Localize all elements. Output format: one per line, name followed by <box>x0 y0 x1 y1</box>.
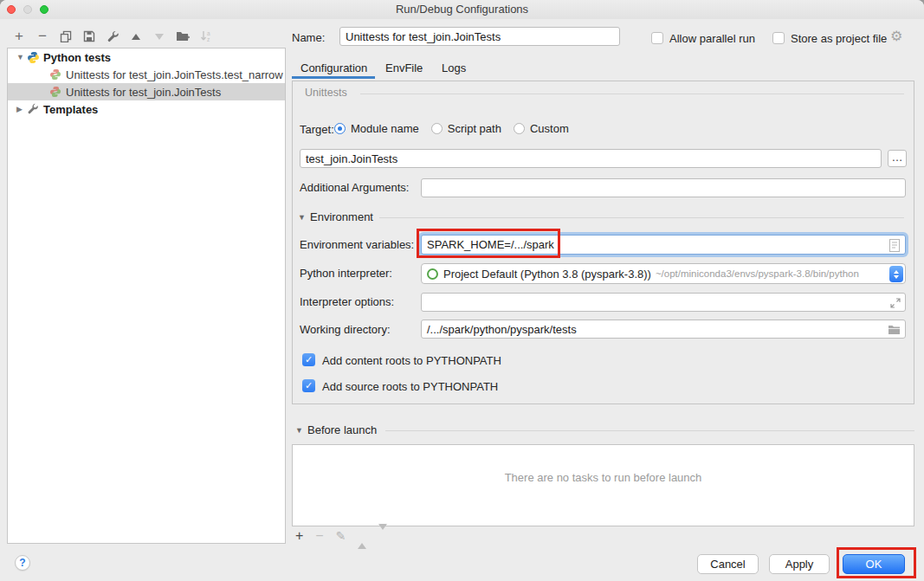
select-stepper-icon[interactable] <box>889 266 903 282</box>
annotation-environment-variables <box>417 229 560 258</box>
radio-module-name[interactable] <box>334 123 346 134</box>
working-directory-value: /.../spark/python/pyspark/tests <box>427 323 577 336</box>
tree-item-templates[interactable]: ▶ Templates <box>8 100 285 118</box>
expand-field-icon[interactable] <box>890 298 901 308</box>
interpreter-options-input[interactable] <box>421 293 906 312</box>
move-up-icon[interactable] <box>129 29 143 43</box>
annotation-ok-button <box>837 547 916 578</box>
tree-item-test-narrow[interactable]: Unittests for test_join.JoinTests.test_n… <box>8 66 285 83</box>
chevron-down-icon[interactable]: ▼ <box>16 53 25 61</box>
gear-icon[interactable]: ⚙ <box>890 28 902 44</box>
working-directory-input[interactable]: /.../spark/python/pyspark/tests <box>421 320 906 339</box>
run-debug-configurations-dialog: Run/Debug Configurations + − az ▼ Pyth <box>0 0 924 581</box>
tree-item-label: Unittests for test_join.JoinTests <box>66 86 221 99</box>
tree-item-label: Unittests for test_join.JoinTests.test_n… <box>66 68 283 81</box>
sort-configurations-icon: az <box>199 29 213 43</box>
name-input[interactable]: Unittests for test_join.JoinTests <box>339 27 620 46</box>
working-directory-label: Working directory: <box>300 323 391 336</box>
python-interpreter-label: Python interpreter: <box>300 267 392 280</box>
remove-task-icon: − <box>315 528 323 544</box>
target-value: test_join.JoinTests <box>306 152 397 165</box>
browse-button[interactable]: … <box>888 150 907 167</box>
folder-icon[interactable] <box>888 325 901 335</box>
environment-group-label: Environment <box>310 210 373 223</box>
title-bar: Run/Debug Configurations <box>0 0 924 19</box>
environment-collapse-icon[interactable]: ▼ <box>298 213 306 222</box>
svg-text:z: z <box>207 36 210 42</box>
before-launch-task-list: There are no tasks to run before launch <box>292 444 914 526</box>
chevron-right-icon[interactable]: ▶ <box>16 105 25 113</box>
move-task-down-icon <box>378 530 387 543</box>
unittests-group-label: Unittests <box>305 87 347 99</box>
before-launch-toolbar: + − ✎ <box>295 528 387 544</box>
python-test-icon <box>49 68 62 81</box>
edit-templates-wrench-icon[interactable] <box>106 29 120 43</box>
tab-logs[interactable]: Logs <box>442 61 466 74</box>
group-divider <box>360 94 904 94</box>
edit-task-pencil-icon: ✎ <box>336 529 346 543</box>
remove-configuration-icon[interactable]: − <box>36 29 49 43</box>
svg-text:a: a <box>207 30 210 36</box>
python-test-icon <box>49 86 62 99</box>
add-content-roots-label: Add content roots to PYTHONPATH <box>322 354 501 367</box>
move-task-up-icon <box>358 530 366 543</box>
active-tab-underline <box>292 76 375 79</box>
wrench-icon <box>27 103 40 116</box>
python-icon <box>27 51 40 64</box>
help-button[interactable]: ? <box>15 555 30 571</box>
allow-parallel-run-label: Allow parallel run <box>669 32 755 45</box>
add-configuration-icon[interactable]: + <box>12 29 26 43</box>
before-launch-label: Before launch <box>307 423 377 436</box>
radio-custom-label: Custom <box>530 122 569 135</box>
name-value: Unittests for test_join.JoinTests <box>346 30 501 43</box>
add-source-roots-checkbox[interactable]: ✓ <box>302 379 315 392</box>
additional-arguments-label: Additional Arguments: <box>300 181 409 194</box>
tree-item-label: Templates <box>43 103 98 116</box>
store-as-project-file-label: Store as project file <box>791 32 887 45</box>
python-interpreter-value: Project Default (Python 3.8 (pyspark-3.8… <box>443 268 651 281</box>
configurations-tree: ▼ Python tests Unittests for test_join.J… <box>7 48 286 544</box>
apply-button[interactable]: Apply <box>769 554 830 574</box>
configuration-form-panel: Unittests Target: Module name Script pat… <box>292 81 914 404</box>
before-launch-collapse-icon[interactable]: ▼ <box>295 426 303 435</box>
add-source-roots-label: Add source roots to PYTHONPATH <box>322 380 498 393</box>
python-interpreter-select[interactable]: Project Default (Python 3.8 (pyspark-3.8… <box>421 263 906 284</box>
add-content-roots-checkbox[interactable]: ✓ <box>302 353 315 366</box>
move-down-icon <box>152 29 166 43</box>
interpreter-options-label: Interpreter options: <box>300 295 394 308</box>
radio-custom[interactable] <box>514 123 525 134</box>
additional-arguments-input[interactable] <box>421 178 906 197</box>
configurations-toolbar: + − az <box>12 26 213 47</box>
python-interpreter-path: ~/opt/miniconda3/envs/pyspark-3.8/bin/py… <box>656 268 859 279</box>
save-configuration-icon[interactable] <box>82 29 96 43</box>
environment-variables-label: Environment variables: <box>300 238 414 251</box>
allow-parallel-run-checkbox[interactable] <box>651 32 663 44</box>
new-folder-icon[interactable] <box>176 29 190 43</box>
radio-module-name-label: Module name <box>351 122 419 135</box>
target-label: Target: <box>300 123 334 136</box>
radio-script-path[interactable] <box>431 123 443 134</box>
check-icon: ✓ <box>305 380 313 391</box>
cancel-button[interactable]: Cancel <box>697 554 759 574</box>
group-divider <box>379 217 904 218</box>
variables-list-icon[interactable] <box>889 239 900 252</box>
tree-item-python-tests[interactable]: ▼ Python tests <box>8 48 285 66</box>
store-as-project-file-checkbox[interactable] <box>772 32 785 44</box>
before-launch-empty-text: There are no tasks to run before launch <box>293 471 914 484</box>
copy-configuration-icon[interactable] <box>59 29 73 43</box>
window-title: Run/Debug Configurations <box>0 3 924 16</box>
check-icon: ✓ <box>305 354 313 365</box>
radio-script-path-label: Script path <box>448 122 501 135</box>
group-divider <box>385 430 914 431</box>
tree-item-jointests-selected[interactable]: Unittests for test_join.JoinTests <box>8 83 285 100</box>
target-input[interactable]: test_join.JoinTests <box>300 149 882 168</box>
name-label: Name: <box>292 31 325 44</box>
target-radio-group: Module name Script path Custom <box>334 122 569 135</box>
add-task-icon[interactable]: + <box>295 528 303 544</box>
tree-item-label: Python tests <box>43 51 111 64</box>
tab-configuration[interactable]: Configuration <box>300 61 367 74</box>
conda-environment-icon <box>427 268 438 280</box>
tab-envfile[interactable]: EnvFile <box>385 61 423 74</box>
